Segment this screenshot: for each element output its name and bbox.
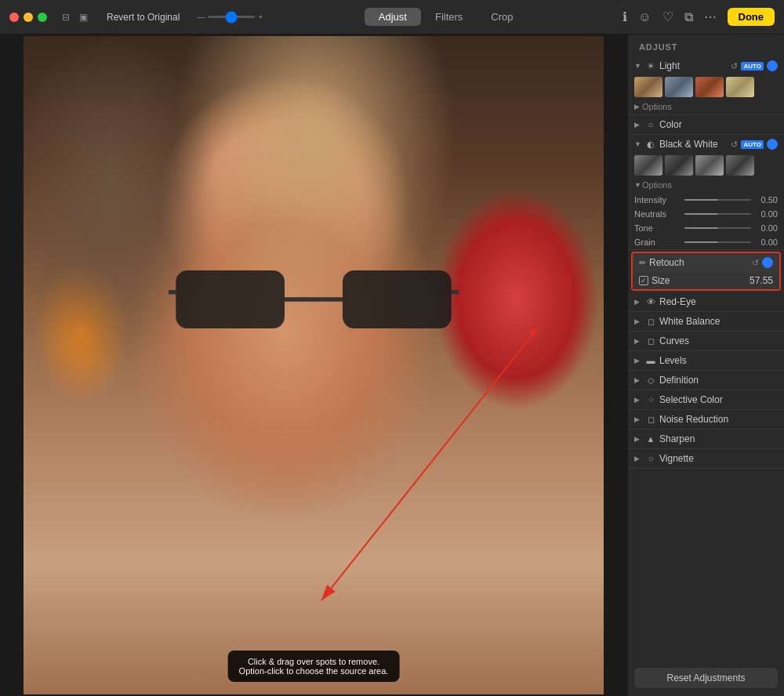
light-actions: ↺ AUTO (731, 60, 778, 71)
photo-tooltip: Click & drag over spots to remove. Optio… (228, 651, 400, 682)
bw-thumb-1[interactable] (634, 155, 662, 176)
tone-row[interactable]: Tone 0.00 (628, 221, 784, 235)
tab-crop[interactable]: Crop (477, 8, 527, 26)
red-eye-item[interactable]: ▶ 👁 Red-Eye (628, 292, 784, 311)
neutrals-fill (684, 213, 718, 215)
light-thumb-3[interactable] (695, 77, 724, 97)
titlebar-right: ℹ ☺ ♡ ⧉ ⋯ Done (622, 8, 775, 26)
retouch-undo-icon[interactable]: ↺ (752, 258, 759, 268)
light-toggle[interactable] (767, 60, 778, 71)
definition-label: Definition (659, 375, 778, 386)
right-panel: Adjust ▼ ☀ Light ↺ AUTO ▶ Opt (627, 34, 784, 696)
curves-label: Curves (659, 335, 778, 346)
intensity-value: 0.50 (754, 195, 778, 205)
retouch-pencil-icon: ✏ (639, 258, 646, 268)
light-thumb-2[interactable] (665, 77, 693, 97)
titlebar-tabs: Adjust Filters Crop (275, 8, 616, 26)
sidebar-icon[interactable]: ⊟ (60, 11, 72, 24)
zoom-in-icon: + (258, 13, 263, 21)
traffic-lights (9, 13, 47, 22)
reset-adjustments-button[interactable]: Reset Adjustments (634, 668, 778, 688)
retouch-size-value: 57.55 (750, 275, 773, 286)
photo-container: Click & drag over spots to remove. Optio… (24, 36, 604, 694)
light-undo-icon[interactable]: ↺ (731, 61, 738, 71)
noise-reduction-icon: ◻ (645, 415, 656, 425)
light-thumb-strip (628, 75, 784, 100)
levels-chevron-icon: ▶ (634, 357, 642, 364)
intensity-row[interactable]: Intensity 0.50 (628, 193, 784, 207)
red-eye-chevron-icon: ▶ (634, 298, 642, 306)
section-definition: ▶ ◇ Definition (628, 371, 784, 390)
selective-color-item[interactable]: ▶ ⁘ Selective Color (628, 390, 784, 409)
curves-item[interactable]: ▶ ◻ Curves (628, 332, 784, 350)
grain-row[interactable]: Grain 0.00 (628, 235, 784, 249)
vignette-chevron-icon: ▶ (634, 455, 642, 462)
retouch-checkbox[interactable]: ✓ (639, 276, 648, 285)
intensity-bar[interactable] (684, 199, 751, 201)
retouch-toggle[interactable] (762, 257, 773, 268)
revert-button[interactable]: Revert to Original (102, 10, 184, 24)
heart-icon[interactable]: ♡ (662, 9, 673, 24)
grain-bar[interactable] (684, 241, 751, 243)
photo-background (24, 36, 604, 694)
bw-undo-icon[interactable]: ↺ (731, 140, 738, 150)
section-black-white: ▼ ◐ Black & White ↺ AUTO ▼ Options (628, 135, 784, 250)
tone-bar[interactable] (684, 227, 751, 229)
vignette-item[interactable]: ▶ ○ Vignette (628, 449, 784, 468)
done-button[interactable]: Done (728, 8, 775, 26)
layout-icon[interactable]: ▣ (77, 11, 89, 24)
color-section-header[interactable]: ▶ ○ Color (628, 115, 784, 134)
neutrals-row[interactable]: Neutrals 0.00 (628, 207, 784, 221)
tab-adjust[interactable]: Adjust (365, 8, 421, 26)
tone-label: Tone (634, 223, 681, 233)
svg-rect-0 (176, 270, 285, 328)
bw-options-row[interactable]: ▼ Options (628, 179, 784, 193)
zoom-slider[interactable] (208, 16, 255, 18)
tone-fill (684, 227, 718, 229)
definition-item[interactable]: ▶ ◇ Definition (628, 371, 784, 390)
minimize-button[interactable] (24, 13, 33, 22)
bw-toggle[interactable] (767, 139, 778, 150)
selective-color-icon: ⁘ (645, 395, 656, 405)
photo-area[interactable]: Click & drag over spots to remove. Optio… (0, 34, 627, 696)
bw-actions: ↺ AUTO (731, 139, 778, 150)
neutrals-label: Neutrals (634, 209, 681, 219)
section-vignette: ▶ ○ Vignette (628, 449, 784, 469)
light-thumb-4[interactable] (726, 77, 754, 97)
bw-auto-badge[interactable]: AUTO (741, 140, 764, 149)
light-sun-icon: ☀ (645, 61, 656, 71)
fullscreen-button[interactable] (38, 13, 47, 22)
bw-section-header[interactable]: ▼ ◐ Black & White ↺ AUTO (628, 135, 784, 154)
neutrals-bar[interactable] (684, 213, 751, 215)
white-balance-item[interactable]: ▶ ◻ White Balance (628, 312, 784, 331)
duplicate-icon[interactable]: ⧉ (684, 10, 693, 24)
section-color: ▶ ○ Color (628, 115, 784, 135)
section-curves: ▶ ◻ Curves (628, 332, 784, 351)
noise-reduction-item[interactable]: ▶ ◻ Noise Reduction (628, 410, 784, 429)
bw-options-chevron: ▼ (634, 181, 642, 189)
tab-filters[interactable]: Filters (421, 8, 477, 26)
light-section-header[interactable]: ▼ ☀ Light ↺ AUTO (628, 56, 784, 75)
bw-options-label: Options (642, 180, 672, 190)
more-icon[interactable]: ⋯ (704, 9, 717, 24)
levels-item[interactable]: ▶ ▬ Levels (628, 351, 784, 370)
retouch-size-row[interactable]: ✓ Size 57.55 (633, 272, 779, 289)
share-icon[interactable]: ☺ (638, 10, 651, 24)
bw-thumb-2[interactable] (665, 155, 693, 176)
section-red-eye: ▶ 👁 Red-Eye (628, 292, 784, 312)
noise-reduction-chevron-icon: ▶ (634, 415, 642, 423)
color-chevron-icon: ▶ (634, 121, 642, 129)
light-auto-badge[interactable]: AUTO (741, 62, 764, 71)
retouch-header[interactable]: ✏ Retouch ↺ (633, 253, 779, 272)
tone-value: 0.00 (754, 223, 778, 233)
close-button[interactable] (9, 13, 19, 22)
retouch-size-label: Size (652, 275, 746, 286)
info-icon[interactable]: ℹ (622, 9, 627, 24)
sharpen-item[interactable]: ▶ ▲ Sharpen (628, 430, 784, 448)
retouch-actions: ↺ (752, 257, 773, 268)
light-thumb-1[interactable] (634, 77, 662, 97)
bw-thumb-3[interactable] (695, 155, 724, 176)
color-label: Color (659, 119, 778, 130)
light-options-row[interactable]: ▶ Options (628, 100, 784, 114)
bw-thumb-4[interactable] (726, 155, 754, 176)
